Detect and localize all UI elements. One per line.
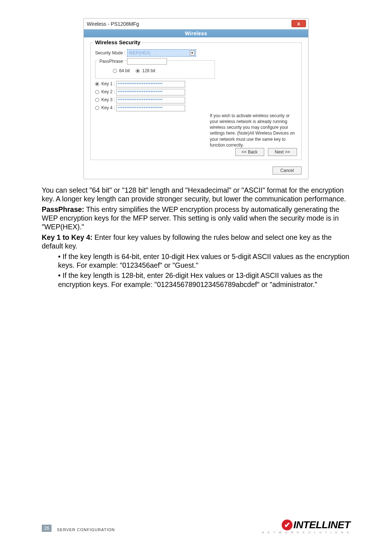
passphrase-term: PassPhrase: (42, 205, 84, 213)
radio-key1[interactable] (95, 82, 99, 86)
key2-input[interactable]: ************************** (116, 89, 185, 95)
key3-label: Key 3 : (101, 97, 115, 102)
key2-label: Key 2 : (101, 89, 115, 94)
key1-input[interactable]: ************************** (116, 81, 185, 87)
checkmark-icon: ✔ (282, 520, 293, 530)
key4-label: Key 4 : (101, 105, 115, 110)
page-footer: 26 SERVER CONFIGURATION ✔INTELLINET N E … (42, 520, 350, 534)
paragraph: PassPhrase: This entry simplifies the WE… (42, 205, 350, 231)
fieldset-legend: Wireless Security (94, 39, 142, 45)
logo-text: INTELLINET (293, 519, 350, 531)
passphrase-desc: This entry simplifies the WEP encryption… (42, 205, 339, 231)
radio-key4[interactable] (95, 106, 99, 110)
key1-label: Key 1 : (101, 81, 115, 86)
radio-key3[interactable] (95, 98, 99, 102)
tab-wireless[interactable]: Wireless (84, 29, 308, 37)
footer-section-label: SERVER CONFIGURATION (57, 528, 115, 532)
page-number: 26 (42, 525, 52, 532)
radio-128bit[interactable] (136, 69, 140, 73)
titlebar: Wireless - PS1208MFg x (84, 19, 308, 29)
bullet-item: • If the key length is 64-bit, enter 10-… (42, 252, 350, 270)
window-title: Wireless - PS1208MFg (87, 21, 139, 27)
radio-key2[interactable] (95, 90, 99, 94)
bullet-item: • If the key length is 128-bit, enter 26… (42, 271, 350, 289)
logo-subtitle: N E T W O R K S O L U T I O N S (262, 531, 350, 534)
key3-input[interactable]: ************************** (116, 97, 185, 103)
close-button[interactable]: x (291, 20, 306, 27)
paragraph: Key 1 to Key 4: Enter four key values by… (42, 233, 350, 251)
key4-input[interactable]: ************************** (116, 105, 185, 111)
paragraph: You can select "64 bit" or "128 bit" len… (42, 186, 350, 204)
wireless-security-fieldset: Wireless Security Security Mode : WEP(HE… (90, 42, 302, 160)
passphrase-group: PassPhrase 64 bit 128 bit (95, 60, 215, 79)
security-mode-select[interactable]: WEP(HEX) ▾ (127, 49, 196, 57)
cancel-button[interactable]: Cancel (273, 167, 302, 175)
chevron-down-icon[interactable]: ▾ (190, 50, 195, 56)
passphrase-label: PassPhrase (98, 59, 124, 64)
back-button[interactable]: << Back (235, 148, 264, 156)
security-mode-value: WEP(HEX) (129, 50, 151, 56)
brand-logo: ✔INTELLINET N E T W O R K S O L U T I O … (262, 519, 350, 534)
wireless-dialog: Wireless - PS1208MFg x Wireless Wireless… (83, 18, 309, 179)
radio-128bit-label: 128 bit (142, 68, 155, 73)
keys-term: Key 1 to Key 4: (42, 233, 93, 241)
help-text: If you wish to activate wireless securit… (210, 113, 297, 148)
next-button[interactable]: Next >> (268, 148, 297, 156)
document-body: You can select "64 bit" or "128 bit" len… (42, 186, 350, 289)
radio-64bit[interactable] (113, 69, 117, 73)
passphrase-input[interactable] (127, 58, 167, 65)
security-mode-label: Security Mode : (95, 50, 125, 56)
radio-64bit-label: 64 bit (119, 68, 130, 73)
